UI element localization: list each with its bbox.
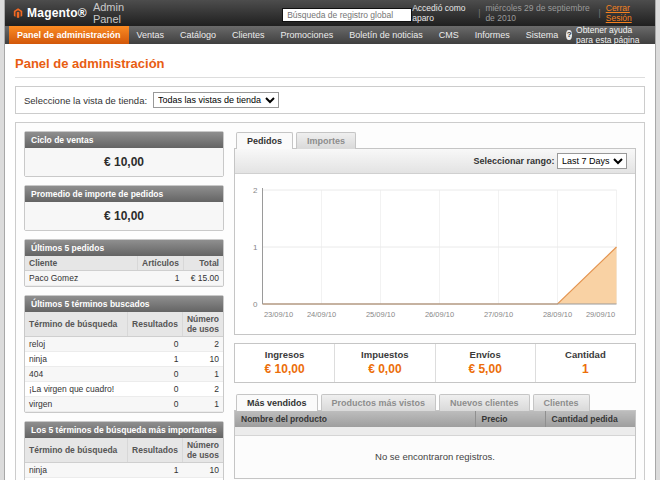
title-divider — [15, 77, 645, 78]
svg-text:25/09/10: 25/09/10 — [366, 310, 395, 319]
grid-col-product: Nombre del producto — [235, 411, 475, 427]
average-orders-value: € 10,00 — [25, 202, 223, 230]
last-orders-table: Cliente Artículos Total Paco Gomez 1 € 1… — [25, 256, 223, 286]
logo-suffix-text: Admin Panel — [93, 1, 132, 25]
last-search-title: Últimos 5 términos buscados — [25, 296, 223, 312]
stat-envios: Envíos € 5,00 — [435, 344, 535, 382]
last-orders-block: Últimos 5 pedidos Cliente Artículos Tota… — [24, 239, 224, 287]
col-header: Número de usos — [182, 312, 223, 337]
cell-uses: 2 — [182, 382, 223, 397]
help-label: Obtener ayuda para esta página — [576, 25, 647, 45]
nav-informes[interactable]: Informes — [467, 26, 518, 44]
cell-results: 0 — [128, 382, 183, 397]
top-search-block: Los 5 términos de búsqueda más important… — [24, 421, 224, 480]
store-view-select[interactable]: Todas las vistas de tienda — [153, 92, 279, 108]
col-header: Término de búsqueda — [25, 438, 128, 463]
stat-label: Cantidad — [536, 349, 635, 360]
table-row: ¡La virgen que cuadro! 0 2 — [25, 382, 223, 397]
svg-text:0: 0 — [253, 300, 258, 309]
cell-uses: 10 — [182, 463, 223, 478]
global-search-input[interactable] — [282, 8, 412, 22]
totals-bar: Ingresos € 10,00 Impuestos € 0,00 Envíos… — [234, 343, 636, 383]
products-grid: Nombre del producto Precio Cantidad pedi… — [234, 410, 636, 479]
range-selector-row: Seleccionar rango: Last 7 Days — [235, 149, 635, 174]
dashboard-right-column: Pedidos Importes Seleccionar rango: Last… — [234, 131, 636, 480]
tab-clientes[interactable]: Clientes — [533, 394, 590, 411]
dashboard-container: Ciclo de ventas € 10,00 Promedio de impo… — [15, 122, 645, 480]
table-row: ninja 1 10 — [25, 352, 223, 367]
nav-promociones[interactable]: Promociones — [273, 26, 342, 44]
grid-col-qty: Cantidad pedida — [545, 411, 635, 427]
nav-cms[interactable]: CMS — [431, 26, 467, 44]
range-label: Seleccionar rango: — [473, 156, 554, 166]
header-date: miércoles 29 de septiembre de 2010 — [485, 3, 593, 23]
table-row: 404 0 1 — [25, 367, 223, 382]
tab-productos-mas-vistos[interactable]: Productos más vistos — [321, 394, 437, 411]
lifetime-sales-title: Ciclo de ventas — [25, 132, 223, 148]
col-header: Número de usos — [182, 438, 223, 463]
cell-total: € 15.00 — [183, 271, 223, 286]
lifetime-sales-value: € 10,00 — [25, 148, 223, 176]
svg-text:24/09/10: 24/09/10 — [307, 310, 336, 319]
magento-m-icon — [13, 5, 23, 21]
average-orders-title: Promedio de importe de pedidos — [25, 186, 223, 202]
stat-value: € 10,00 — [235, 362, 334, 376]
header-separator: | — [478, 8, 480, 18]
help-icon: ? — [566, 30, 572, 40]
cell-uses: 1 — [182, 397, 223, 412]
col-header: Término de búsqueda — [25, 312, 128, 337]
stat-value: € 0,00 — [335, 362, 434, 376]
cell-term: 404 — [25, 367, 128, 382]
col-header: Artículos — [138, 256, 184, 271]
nav-boletin[interactable]: Boletín de noticias — [341, 26, 431, 44]
last-orders-title: Últimos 5 pedidos — [25, 240, 223, 256]
svg-text:23/09/10: 23/09/10 — [264, 310, 293, 319]
table-row: virgen 0 1 — [25, 397, 223, 412]
nav-dashboard[interactable]: Panel de administración — [9, 26, 129, 44]
cell-items: 1 — [138, 271, 184, 286]
grid-empty-message: No se encontraron registros. — [235, 436, 635, 478]
nav-clientes[interactable]: Clientes — [224, 26, 273, 44]
stat-label: Ingresos — [235, 349, 334, 360]
dashboard-left-column: Ciclo de ventas € 10,00 Promedio de impo… — [24, 131, 224, 480]
cell-results: 0 — [128, 397, 183, 412]
top-header: Magento® Admin Panel Accedió como aparo … — [5, 0, 655, 26]
cell-term: virgen — [25, 397, 128, 412]
last-search-table: Término de búsqueda Resultados Número de… — [25, 312, 223, 412]
store-view-label: Seleccione la vista de tienda: — [24, 95, 147, 106]
help-link[interactable]: ? Obtener ayuda para esta página — [566, 26, 651, 44]
stat-label: Envíos — [436, 349, 535, 360]
logged-in-as: Accedió como aparo — [412, 3, 473, 23]
cell-term: ninja — [25, 463, 128, 478]
nav-catalogo[interactable]: Catálogo — [172, 26, 224, 44]
table-row: ninja 1 10 — [25, 463, 223, 478]
stat-ingresos: Ingresos € 10,00 — [235, 344, 334, 382]
stat-value: € 5,00 — [436, 362, 535, 376]
stat-impuestos: Impuestos € 0,00 — [334, 344, 434, 382]
cell-term: reloj — [25, 337, 128, 352]
tab-pedidos[interactable]: Pedidos — [236, 132, 293, 149]
logout-link[interactable]: Cerrar Sesión — [606, 3, 647, 23]
range-select[interactable]: Last 7 Days — [557, 153, 627, 169]
cell-results: 0 — [128, 337, 183, 352]
col-header: Cliente — [25, 256, 138, 271]
table-row: Paco Gomez 1 € 15.00 — [25, 271, 223, 286]
orders-chart-svg: 01223/09/1024/09/1025/09/1026/09/1027/09… — [241, 182, 629, 332]
content-area: Panel de administración Seleccione la vi… — [5, 44, 655, 480]
orders-chart: 01223/09/1024/09/1025/09/1026/09/1027/09… — [235, 174, 635, 334]
lifetime-sales-block: Ciclo de ventas € 10,00 — [24, 131, 224, 177]
svg-text:1: 1 — [253, 243, 258, 252]
header-separator: | — [599, 8, 601, 18]
tab-importes[interactable]: Importes — [296, 132, 356, 149]
header-user-area: Accedió como aparo | miércoles 29 de sep… — [412, 3, 647, 23]
tab-nuevos-clientes[interactable]: Nuevos clientes — [439, 394, 530, 411]
logo-text: Magento® — [27, 6, 87, 20]
svg-text:29/09/10: 29/09/10 — [586, 310, 615, 319]
tab-mas-vendidos[interactable]: Más vendidos — [236, 394, 318, 411]
cell-results: 1 — [128, 463, 183, 478]
page-title: Panel de administración — [15, 56, 645, 71]
svg-text:2: 2 — [253, 186, 258, 195]
nav-ventas[interactable]: Ventas — [129, 26, 173, 44]
col-header: Total — [183, 256, 223, 271]
nav-sistema[interactable]: Sistema — [518, 26, 567, 44]
